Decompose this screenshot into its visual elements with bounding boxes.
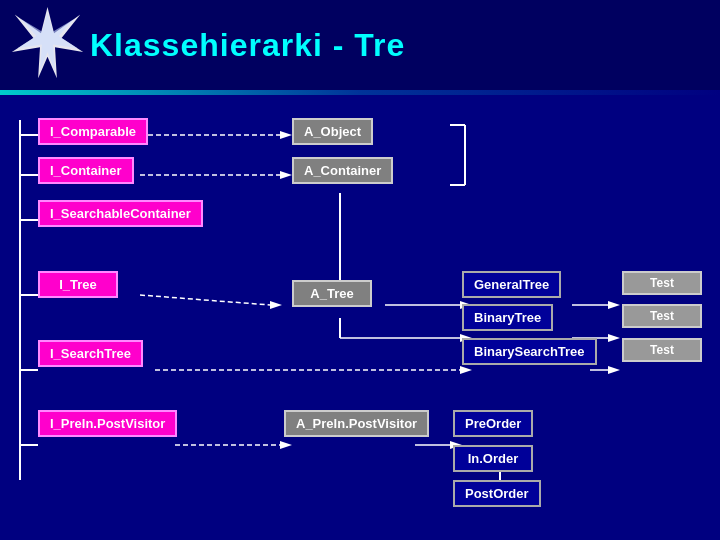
svg-marker-28 bbox=[280, 441, 292, 449]
node-i-prein-post-visitor: I_PreIn.PostVisitor bbox=[38, 410, 177, 437]
node-a-tree: A_Tree bbox=[292, 280, 372, 307]
node-test-2: Test bbox=[622, 304, 702, 328]
node-a-container: A_Container bbox=[292, 157, 393, 184]
node-binary-tree: BinaryTree bbox=[462, 304, 553, 331]
node-a-prein-post-visitor: A_PreIn.PostVisitor bbox=[284, 410, 429, 437]
node-pre-order: PreOrder bbox=[453, 410, 533, 437]
node-binary-search-tree: BinarySearchTree bbox=[462, 338, 597, 365]
svg-line-18 bbox=[140, 295, 270, 305]
header: Klassehierarki - Tre bbox=[0, 0, 720, 90]
node-i-tree: I_Tree bbox=[38, 271, 118, 298]
svg-marker-38 bbox=[608, 366, 620, 374]
node-i-searchtree: I_SearchTree bbox=[38, 340, 143, 367]
node-a-object: A_Object bbox=[292, 118, 373, 145]
node-general-tree: GeneralTree bbox=[462, 271, 561, 298]
node-i-searchable-container: I_SearchableContainer bbox=[38, 200, 203, 227]
svg-marker-34 bbox=[608, 301, 620, 309]
svg-marker-10 bbox=[280, 131, 292, 139]
node-test-1: Test bbox=[622, 271, 702, 295]
star-icon bbox=[10, 5, 85, 85]
page-title: Klassehierarki - Tre bbox=[90, 27, 405, 64]
node-in-order: In.Order bbox=[453, 445, 533, 472]
svg-marker-26 bbox=[460, 366, 472, 374]
node-post-order: PostOrder bbox=[453, 480, 541, 507]
svg-marker-12 bbox=[280, 171, 292, 179]
svg-marker-19 bbox=[270, 301, 282, 309]
svg-marker-1 bbox=[18, 13, 78, 71]
node-i-comparable: I_Comparable bbox=[38, 118, 148, 145]
node-test-3: Test bbox=[622, 338, 702, 362]
node-i-container: I_Container bbox=[38, 157, 134, 184]
separator bbox=[0, 90, 720, 95]
svg-marker-36 bbox=[608, 334, 620, 342]
